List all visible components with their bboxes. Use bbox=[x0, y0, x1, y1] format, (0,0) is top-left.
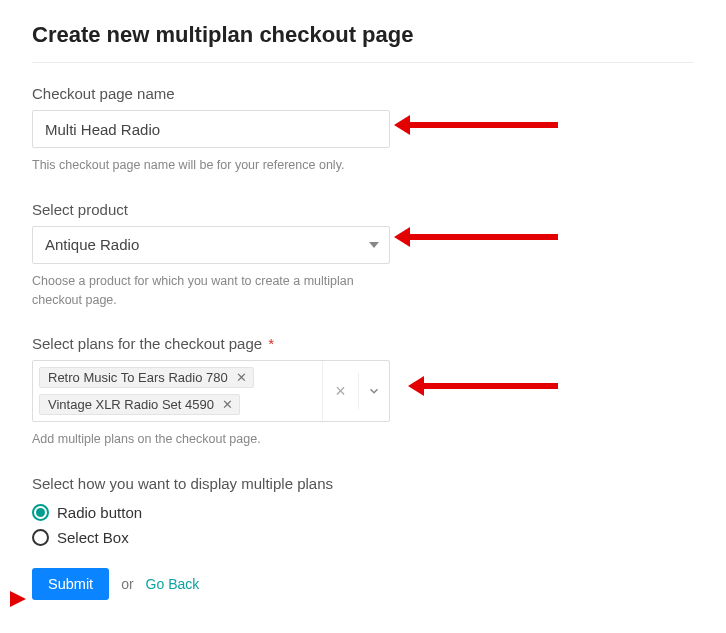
chips-container: Retro Music To Ears Radio 780 ✕ Vintage … bbox=[33, 361, 322, 421]
caret-down-icon bbox=[369, 242, 379, 248]
radio-option-label: Select Box bbox=[57, 529, 129, 546]
chip-plan[interactable]: Retro Music To Ears Radio 780 ✕ bbox=[39, 367, 254, 388]
radio-icon bbox=[32, 529, 49, 546]
page-title: Create new multiplan checkout page bbox=[32, 22, 694, 48]
checkout-name-label: Checkout page name bbox=[32, 85, 694, 102]
submit-button[interactable]: Submit bbox=[32, 568, 109, 600]
select-product-dropdown[interactable]: Antique Radio bbox=[32, 226, 390, 264]
actions-row: Submit or Go Back bbox=[32, 568, 694, 600]
select-plans-multiselect[interactable]: Retro Music To Ears Radio 780 ✕ Vintage … bbox=[32, 360, 390, 422]
group-select-product: Select product Antique Radio Choose a pr… bbox=[32, 201, 694, 310]
select-product-label: Select product bbox=[32, 201, 694, 218]
display-mode-label: Select how you want to display multiple … bbox=[32, 475, 694, 492]
select-plans-label-text: Select plans for the checkout page bbox=[32, 335, 262, 352]
chip-remove-icon[interactable]: ✕ bbox=[222, 397, 233, 412]
radio-option-radio-button[interactable]: Radio button bbox=[32, 504, 694, 521]
chip-plan-label: Retro Music To Ears Radio 780 bbox=[48, 370, 228, 385]
multiselect-expand-icon[interactable] bbox=[359, 384, 389, 398]
multiselect-clear-icon[interactable]: × bbox=[323, 373, 359, 409]
group-display-mode: Select how you want to display multiple … bbox=[32, 475, 694, 546]
radio-icon bbox=[32, 504, 49, 521]
divider bbox=[32, 62, 694, 63]
group-select-plans: Select plans for the checkout page * Ret… bbox=[32, 335, 694, 449]
group-checkout-name: Checkout page name This checkout page na… bbox=[32, 85, 694, 175]
select-plans-label: Select plans for the checkout page * bbox=[32, 335, 694, 352]
checkout-name-input[interactable] bbox=[32, 110, 390, 148]
go-back-link[interactable]: Go Back bbox=[146, 576, 200, 592]
chip-remove-icon[interactable]: ✕ bbox=[236, 370, 247, 385]
select-product-helper: Choose a product for which you want to c… bbox=[32, 272, 392, 310]
radio-option-select-box[interactable]: Select Box bbox=[32, 529, 694, 546]
select-plans-helper: Add multiple plans on the checkout page. bbox=[32, 430, 694, 449]
multiselect-controls: × bbox=[322, 361, 389, 421]
chip-plan[interactable]: Vintage XLR Radio Set 4590 ✕ bbox=[39, 394, 240, 415]
chip-plan-label: Vintage XLR Radio Set 4590 bbox=[48, 397, 214, 412]
select-product-value: Antique Radio bbox=[45, 236, 139, 253]
radio-option-label: Radio button bbox=[57, 504, 142, 521]
or-text: or bbox=[121, 576, 133, 592]
required-asterisk: * bbox=[268, 335, 274, 352]
checkout-name-helper: This checkout page name will be for your… bbox=[32, 156, 694, 175]
